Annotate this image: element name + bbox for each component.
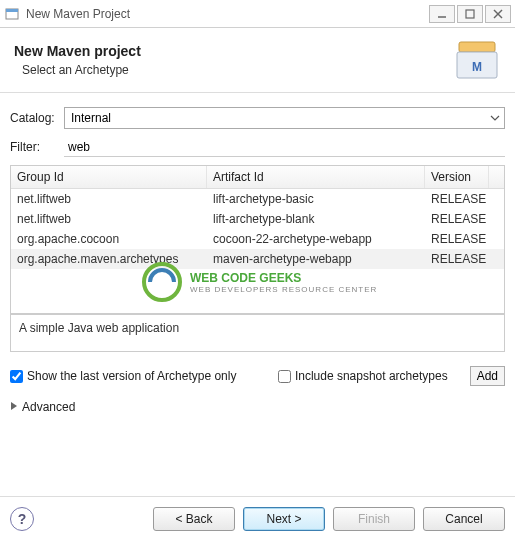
minimize-button[interactable]: [429, 5, 455, 23]
archetype-table: Group Id Artifact Id Version net.liftweb…: [10, 165, 505, 314]
maximize-button[interactable]: [457, 5, 483, 23]
maven-icon: M: [453, 38, 501, 82]
next-button[interactable]: Next >: [243, 507, 325, 531]
cell-artifactId: maven-archetype-webapp: [207, 251, 425, 267]
cell-groupId: org.apache.maven.archetypes: [11, 251, 207, 267]
cell-version: RELEASE: [425, 231, 489, 247]
cell-groupId: net.liftweb: [11, 211, 207, 227]
table-row[interactable]: org.apache.maven.archetypesmaven-archety…: [11, 249, 504, 269]
wizard-footer: ? < Back Next > Finish Cancel: [0, 496, 515, 541]
catalog-value: Internal: [71, 111, 111, 125]
svg-text:M: M: [472, 60, 482, 74]
triangle-right-icon: [10, 400, 18, 414]
window-title: New Maven Project: [26, 7, 427, 21]
titlebar: New Maven Project: [0, 0, 515, 28]
add-button[interactable]: Add: [470, 366, 505, 386]
col-artifact-id[interactable]: Artifact Id: [207, 166, 425, 188]
include-snapshot-checkbox[interactable]: Include snapshot archetypes: [278, 369, 448, 383]
cancel-button[interactable]: Cancel: [423, 507, 505, 531]
content-area: Catalog: Internal Filter: Group Id Artif…: [0, 93, 515, 414]
table-row[interactable]: org.apache.cocooncocoon-22-archetype-web…: [11, 229, 504, 249]
archetype-description: A simple Java web application: [10, 314, 505, 352]
cell-groupId: net.liftweb: [11, 191, 207, 207]
cell-version: RELEASE: [425, 211, 489, 227]
page-subtitle: Select an Archetype: [22, 63, 453, 77]
svg-rect-3: [466, 10, 474, 18]
include-snapshot-input[interactable]: [278, 370, 291, 383]
close-button[interactable]: [485, 5, 511, 23]
last-version-only-input[interactable]: [10, 370, 23, 383]
svg-rect-1: [6, 9, 18, 12]
col-group-id[interactable]: Group Id: [11, 166, 207, 188]
finish-button[interactable]: Finish: [333, 507, 415, 531]
col-spacer: [489, 166, 504, 188]
advanced-toggle[interactable]: Advanced: [10, 400, 505, 414]
last-version-only-checkbox[interactable]: Show the last version of Archetype only: [10, 369, 236, 383]
back-button[interactable]: < Back: [153, 507, 235, 531]
cell-artifactId: lift-archetype-blank: [207, 211, 425, 227]
cell-version: RELEASE: [425, 251, 489, 267]
col-version[interactable]: Version: [425, 166, 489, 188]
options-row: Show the last version of Archetype only …: [10, 366, 505, 386]
table-body: net.liftweblift-archetype-basicRELEASEne…: [11, 189, 504, 313]
table-row[interactable]: net.liftweblift-archetype-blankRELEASE: [11, 209, 504, 229]
svg-rect-6: [459, 42, 495, 52]
chevron-down-icon: [490, 112, 500, 126]
cell-version: RELEASE: [425, 191, 489, 207]
wizard-header: New Maven project Select an Archetype M: [0, 28, 515, 93]
window-controls: [427, 5, 511, 23]
advanced-label: Advanced: [22, 400, 75, 414]
filter-label: Filter:: [10, 140, 64, 154]
page-title: New Maven project: [14, 43, 453, 59]
include-snapshot-label: Include snapshot archetypes: [295, 369, 448, 383]
cell-artifactId: cocoon-22-archetype-webapp: [207, 231, 425, 247]
help-button[interactable]: ?: [10, 507, 34, 531]
filter-input[interactable]: [64, 137, 505, 157]
cell-groupId: org.apache.cocoon: [11, 231, 207, 247]
last-version-only-label: Show the last version of Archetype only: [27, 369, 236, 383]
table-row[interactable]: net.liftweblift-archetype-basicRELEASE: [11, 189, 504, 209]
app-icon: [4, 6, 20, 22]
catalog-select[interactable]: Internal: [64, 107, 505, 129]
catalog-label: Catalog:: [10, 111, 64, 125]
cell-artifactId: lift-archetype-basic: [207, 191, 425, 207]
table-header: Group Id Artifact Id Version: [11, 166, 504, 189]
